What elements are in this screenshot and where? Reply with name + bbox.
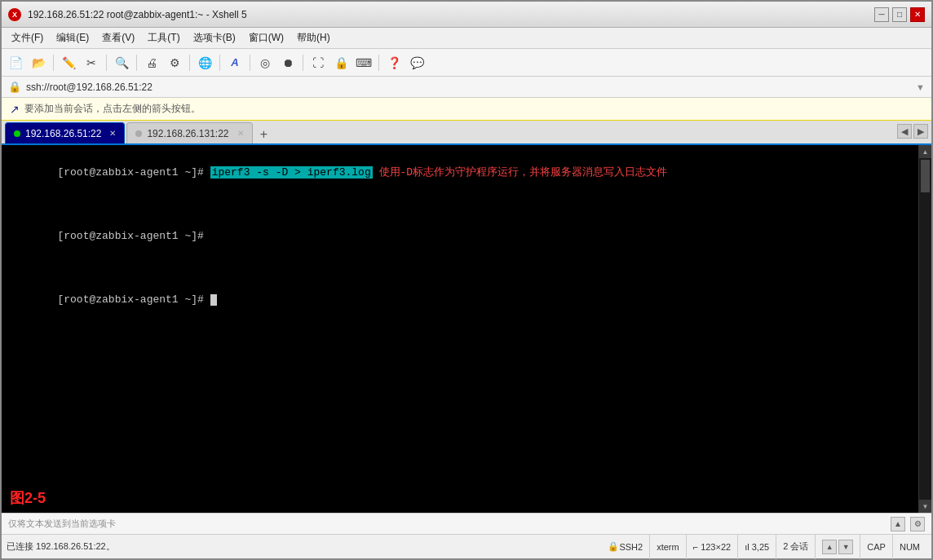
menu-edit[interactable]: 编辑(E): [50, 29, 95, 46]
sessions-label: 2 会话: [783, 540, 808, 553]
terminal-annotation: 使用-D标志作为守护程序运行，并将服务器消息写入日志文件: [379, 166, 668, 179]
menu-view[interactable]: 查看(V): [95, 29, 141, 46]
minimize-button[interactable]: ─: [874, 7, 889, 22]
address-icon: 🔒: [8, 81, 21, 93]
input-bar: 仅将文本发送到当前选项卡 ▲ ⚙: [2, 513, 931, 534]
figure-label: 图2-5: [10, 488, 46, 508]
terminal-command-highlighted: iperf3 -s -D > iperf3.log: [210, 166, 373, 179]
connection-status: 已连接 192.168.26.51:22。: [7, 540, 601, 553]
lock-button[interactable]: 🔒: [330, 52, 352, 73]
cut-button[interactable]: ✂: [81, 52, 102, 73]
tab-navigation: ◀ ▶: [897, 124, 928, 139]
menu-file[interactable]: 文件(F): [5, 29, 50, 46]
new-button[interactable]: 📄: [5, 52, 26, 73]
separator-4: [189, 55, 190, 71]
terminal-prompt-1: [root@zabbix-agent1 ~]#: [57, 166, 210, 179]
latency-label: ıl 3,25: [745, 542, 769, 552]
tab-next-button[interactable]: ▶: [913, 124, 928, 139]
lock-icon: 🔒: [608, 541, 619, 552]
menu-help[interactable]: 帮助(H): [290, 29, 337, 46]
terminal-line-2: [root@zabbix-agent1 ~]#: [7, 212, 913, 260]
tab-bar: 192.168.26.51:22 ✕ 192.168.26.131:22 ✕ +…: [2, 121, 931, 145]
terminal-prompt-2: [root@zabbix-agent1 ~]#: [57, 230, 210, 242]
cap-label: CAP: [867, 542, 886, 552]
status-arrows: ▲ ▼: [815, 535, 860, 559]
menu-bar: 文件(F) 编辑(E) 查看(V) 工具(T) 选项卡(B) 窗口(W) 帮助(…: [2, 28, 931, 49]
nav-arrows: ▲ ▼: [822, 540, 853, 554]
menu-tools[interactable]: 工具(T): [141, 29, 186, 46]
separator-2: [106, 55, 107, 71]
terminal-prompt-3: [root@zabbix-agent1 ~]#: [57, 293, 210, 306]
terminal-cursor: [210, 294, 217, 306]
comment-button[interactable]: 💬: [406, 52, 427, 73]
menu-window[interactable]: 窗口(W): [242, 29, 290, 46]
tab-add-button[interactable]: +: [254, 126, 274, 143]
menu-tab[interactable]: 选项卡(B): [187, 29, 242, 46]
tab-2-close[interactable]: ✕: [237, 129, 244, 138]
status-latency: ıl 3,25: [737, 535, 776, 559]
down-arrow-button[interactable]: ▼: [838, 540, 853, 554]
separator-6: [250, 55, 250, 71]
terminal-space-1: [373, 166, 379, 179]
hint-icon[interactable]: ↗: [10, 103, 20, 116]
record-button[interactable]: ◎: [254, 52, 276, 73]
hint-bar: ↗ 要添加当前会话，点击左侧的箭头按钮。: [2, 98, 931, 121]
input-bar-text: 仅将文本发送到当前选项卡: [8, 518, 886, 530]
zoom-button[interactable]: ⛶: [307, 52, 329, 73]
status-num: NUM: [892, 535, 926, 559]
address-dropdown[interactable]: ▼: [916, 82, 925, 92]
separator-1: [53, 55, 54, 71]
font-button[interactable]: A: [224, 52, 245, 73]
scrollbar-down-button[interactable]: ▼: [919, 500, 931, 513]
terminal-type-label: xterm: [657, 542, 679, 552]
status-dimensions: ⌐ 123×22: [686, 535, 738, 559]
tab-1-close[interactable]: ✕: [109, 129, 116, 138]
input-bar-settings-button[interactable]: ⚙: [910, 517, 925, 531]
tab-2-status-dot: [135, 130, 142, 137]
up-arrow-button[interactable]: ▲: [822, 540, 837, 554]
input-bar-expand-button[interactable]: ▲: [891, 517, 905, 531]
tab-2-label: 192.168.26.131:22: [147, 128, 228, 139]
find-button[interactable]: 🔍: [111, 52, 132, 73]
open-button[interactable]: 📂: [28, 52, 49, 73]
edit-button[interactable]: ✏️: [58, 52, 79, 73]
protocol-label: SSH2: [619, 542, 643, 552]
scrollbar-track[interactable]: [919, 158, 931, 500]
tab-1[interactable]: 192.168.26.51:22 ✕: [5, 122, 125, 143]
window-controls: ─ □ ✕: [874, 7, 925, 22]
hint-text: 要添加当前会话，点击左侧的箭头按钮。: [24, 102, 201, 116]
toolbar: 📄 📂 ✏️ ✂ 🔍 🖨 ⚙ 🌐 A ◎ ⏺ ⛶ 🔒 ⌨ ❓ 💬: [2, 49, 931, 77]
title-text: 192.168.26.51:22 root@zabbix-agent1:~ - …: [28, 9, 874, 20]
main-window: X 192.168.26.51:22 root@zabbix-agent1:~ …: [0, 0, 933, 560]
stop-record-button[interactable]: ⏺: [277, 52, 298, 73]
tab-1-status-dot: [14, 130, 20, 137]
terminal-content[interactable]: [root@zabbix-agent1 ~]# iperf3 -s -D > i…: [2, 145, 918, 513]
separator-7: [303, 55, 303, 71]
tab-2[interactable]: 192.168.26.131:22 ✕: [126, 122, 252, 143]
terminal-line-1: [root@zabbix-agent1 ~]# iperf3 -s -D > i…: [7, 148, 913, 196]
status-cap: CAP: [860, 535, 892, 559]
maximize-button[interactable]: □: [892, 7, 907, 22]
app-icon: X: [8, 8, 21, 21]
address-bar: 🔒 ssh://root@192.168.26.51:22 ▼: [2, 77, 931, 98]
print-button[interactable]: 🖨: [141, 52, 162, 73]
terminal-scrollbar[interactable]: ▲ ▼: [918, 145, 931, 513]
separator-5: [219, 55, 220, 71]
connect-button[interactable]: 🌐: [194, 52, 215, 73]
terminal-container[interactable]: [root@zabbix-agent1 ~]# iperf3 -s -D > i…: [2, 145, 931, 513]
num-label: NUM: [900, 542, 920, 552]
title-bar: X 192.168.26.51:22 root@zabbix-agent1:~ …: [2, 2, 931, 28]
status-terminal-type: xterm: [649, 535, 686, 559]
scrollbar-thumb[interactable]: [921, 160, 930, 192]
scrollbar-up-button[interactable]: ▲: [919, 145, 931, 158]
settings-button[interactable]: ⚙: [164, 52, 185, 73]
status-protocol: 🔒 SSH2: [601, 535, 649, 559]
help-button[interactable]: ❓: [383, 52, 405, 73]
tab-prev-button[interactable]: ◀: [897, 124, 912, 139]
close-button[interactable]: ✕: [910, 7, 925, 22]
status-items: 🔒 SSH2 xterm ⌐ 123×22 ıl 3,25 2 会话 ▲ ▼: [601, 535, 926, 559]
separator-8: [378, 55, 379, 71]
dimensions-label: ⌐ 123×22: [693, 542, 732, 552]
status-sessions: 2 会话: [776, 535, 815, 559]
keyboard-button[interactable]: ⌨: [353, 52, 374, 73]
